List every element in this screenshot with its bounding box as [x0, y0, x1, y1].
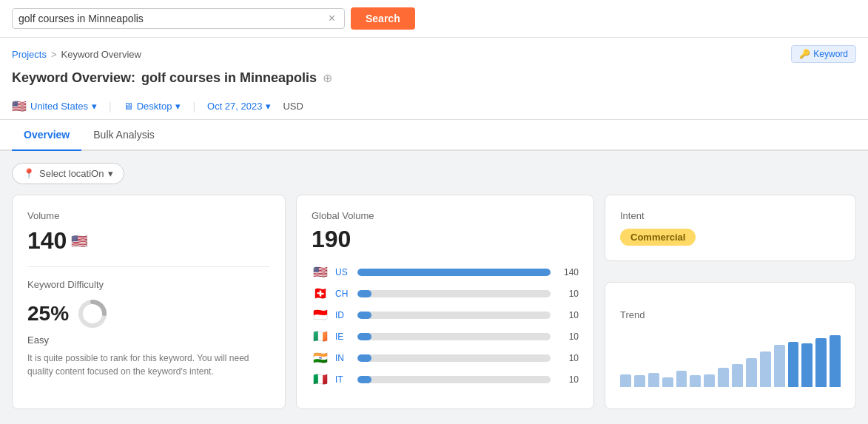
trend-bar	[648, 373, 659, 387]
country-flag: 🇺🇸	[12, 99, 27, 113]
breadcrumb-current: Keyword Overview	[61, 49, 141, 60]
global-volume-card: Global Volume 190 🇺🇸 US 140 🇨🇭 CH 10 🇮🇩 …	[296, 195, 594, 409]
difficulty-description: It is quite possible to rank for this ke…	[27, 351, 270, 378]
trend-bar	[620, 374, 631, 388]
bar-flag: 🇮🇪	[312, 329, 329, 343]
difficulty-percent: 25%	[27, 302, 69, 326]
device-icon: 🖥	[124, 101, 133, 112]
tab-overview[interactable]: Overview	[12, 120, 81, 151]
bar-track	[357, 269, 551, 276]
country-bars: 🇺🇸 US 140 🇨🇭 CH 10 🇮🇩 ID 10 🇮🇪 IE 10 🇮🇳 …	[312, 265, 579, 386]
difficulty-label: Keyword Difficulty	[27, 279, 270, 290]
difficulty-value: 25%	[27, 297, 270, 330]
search-button[interactable]: Search	[351, 7, 415, 30]
trend-bar	[676, 371, 687, 387]
bar-country: US	[335, 267, 351, 277]
currency-label: USD	[283, 101, 303, 112]
bar-number: 10	[556, 332, 579, 342]
bar-fill	[357, 333, 371, 340]
page-title-label: Keyword Overview:	[12, 70, 135, 86]
volume-card: Volume 140 🇺🇸 Keyword Difficulty 25% Eas…	[12, 195, 286, 409]
bar-flag: 🇨🇭	[312, 286, 329, 300]
search-input[interactable]	[18, 13, 326, 24]
bar-country: IE	[335, 332, 351, 342]
trend-bar	[801, 343, 813, 388]
bar-number: 140	[556, 267, 579, 277]
bar-country: IT	[335, 374, 351, 385]
intent-badge: Commercial	[620, 229, 696, 246]
bar-track	[357, 333, 551, 340]
keyword-button-label: Keyword	[813, 49, 848, 59]
filter-sep-1: |	[109, 101, 112, 112]
volume-number: 140	[27, 227, 67, 255]
global-volume-label: Global Volume	[312, 210, 579, 221]
bar-fill	[357, 269, 551, 276]
date-arrow: ▾	[266, 101, 271, 112]
difficulty-sub: Easy	[27, 334, 270, 346]
difficulty-donut	[76, 297, 109, 330]
location-filter[interactable]: 📍 Select locatiOn ▾	[12, 163, 124, 184]
trend-bar	[718, 368, 729, 387]
bar-row: 🇮🇹 IT 10	[312, 372, 579, 386]
intent-card: Intent Commercial	[605, 195, 856, 261]
date-filter[interactable]: Oct 27, 2023 ▾	[207, 101, 271, 112]
filter-sep-2: |	[192, 101, 195, 112]
content-area: 📍 Select locatiOn ▾ Volume 140 🇺🇸 Keywor…	[0, 151, 868, 421]
global-volume-value: 190	[312, 226, 579, 253]
bar-number: 10	[556, 289, 579, 299]
country-filter[interactable]: 🇺🇸 United States ▾	[12, 99, 97, 113]
bar-track	[357, 354, 551, 362]
page-title-keyword: golf courses in Minneapolis	[141, 70, 317, 86]
cards-row: Volume 140 🇺🇸 Keyword Difficulty 25% Eas…	[12, 195, 856, 409]
trend-bar	[732, 364, 743, 387]
trend-chart	[620, 328, 841, 387]
country-arrow: ▾	[92, 101, 97, 112]
clear-button[interactable]: ×	[326, 12, 338, 25]
bar-row: 🇨🇭 CH 10	[312, 286, 579, 300]
top-bar: × Search	[0, 0, 868, 38]
trend-bar	[746, 358, 757, 387]
trend-bar	[760, 351, 771, 387]
volume-label: Volume	[27, 210, 270, 221]
bar-flag: 🇮🇩	[312, 308, 329, 322]
trend-card: Trend	[605, 282, 856, 409]
bar-fill	[357, 290, 371, 297]
search-input-wrap: ×	[12, 8, 345, 29]
bar-row: 🇮🇳 IN 10	[312, 351, 579, 365]
bar-track	[357, 312, 551, 319]
bar-row: 🇺🇸 US 140	[312, 265, 579, 279]
trend-bar	[788, 342, 799, 387]
bar-country: ID	[335, 310, 351, 320]
pin-icon: 📍	[23, 168, 35, 179]
page-header: Keyword Overview: golf courses in Minnea…	[0, 67, 868, 93]
bar-flag: 🇮🇳	[312, 351, 329, 365]
divider	[27, 266, 270, 267]
bar-row: 🇮🇩 ID 10	[312, 308, 579, 322]
add-keyword-icon[interactable]: ⊕	[323, 71, 332, 85]
bar-number: 10	[556, 374, 579, 385]
date-label: Oct 27, 2023	[207, 101, 262, 112]
volume-value: 140 🇺🇸	[27, 227, 270, 255]
trend-label: Trend	[620, 309, 841, 320]
tabs-bar: Overview Bulk Analysis	[0, 120, 868, 151]
device-filter[interactable]: 🖥 Desktop ▾	[124, 101, 181, 112]
filter-row: 🇺🇸 United States ▾ | 🖥 Desktop ▾ | Oct 2…	[0, 93, 868, 120]
bar-track	[357, 376, 551, 383]
breadcrumb-projects[interactable]: Projects	[12, 49, 47, 60]
bar-number: 10	[556, 353, 579, 363]
bar-track	[357, 290, 551, 297]
page-title-row: Keyword Overview: golf courses in Minnea…	[12, 70, 332, 86]
bar-country: CH	[335, 289, 351, 299]
trend-bar	[704, 374, 715, 388]
bar-flag: 🇺🇸	[312, 265, 329, 279]
breadcrumb: Projects > Keyword Overview 🔑 Keyword	[0, 38, 868, 67]
bar-row: 🇮🇪 IE 10	[312, 329, 579, 343]
keyword-button[interactable]: 🔑 Keyword	[791, 45, 856, 63]
device-arrow: ▾	[175, 101, 181, 112]
trend-bar	[662, 377, 673, 387]
country-label: United States	[30, 101, 88, 112]
bar-fill	[357, 354, 371, 362]
tab-bulk-analysis[interactable]: Bulk Analysis	[81, 120, 166, 151]
trend-bar	[830, 335, 841, 387]
bar-country: IN	[335, 353, 351, 363]
